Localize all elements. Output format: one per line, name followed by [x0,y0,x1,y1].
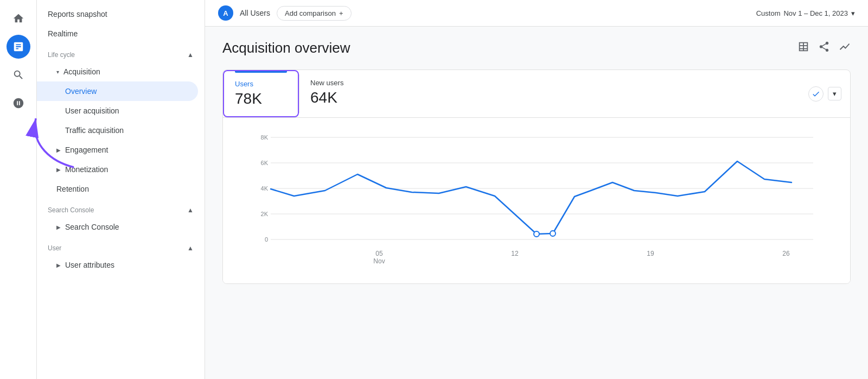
sidebar-item-acquisition[interactable]: ▾ Acquisition [37,62,198,81]
sidebar-item-overview[interactable]: Overview [37,81,198,101]
metric-bar [235,71,287,73]
search-console-chevron-icon: ▲ [187,206,194,214]
search-console-arrow-icon: ▶ [56,224,61,230]
plus-icon: + [339,9,343,17]
share-icon[interactable] [818,41,830,55]
sidebar-item-label: Realtime [48,29,78,38]
svg-text:6K: 6K [261,160,269,166]
svg-text:12: 12 [511,250,519,257]
sidebar-item-traffic-acquisition[interactable]: Traffic acquisition [37,121,198,140]
svg-text:05: 05 [375,250,383,257]
table-view-icon[interactable] [797,41,809,55]
top-bar: A All Users Add comparison + Custom Nov … [205,0,868,27]
users-metric-value: 78K [235,90,287,108]
search-console-section-header[interactable]: Search Console ▲ [37,199,205,217]
sidebar-item-label: Engagement [65,146,108,154]
new-users-metric-label: New users [310,79,365,87]
chart-options-dropdown[interactable]: ▾ [828,87,841,100]
metrics-row: Users 78K New users 64K ▾ [223,70,850,117]
sidebar-item-label: Traffic acquisition [65,126,124,135]
search-console-section-label: Search Console [48,206,94,214]
chart-container: 8K 6K 4K 2K 0 05 Nov [236,127,837,275]
sidebar-item-label: Search Console [65,223,119,231]
user-section-header[interactable]: User ▲ [37,237,205,255]
custom-label: Custom [756,9,781,17]
sidebar-item-reports-snapshot[interactable]: Reports snapshot [37,4,198,24]
svg-text:19: 19 [647,250,654,257]
sidebar-item-monetization[interactable]: ▶ Monetization [37,160,198,179]
chart-area: 8K 6K 4K 2K 0 05 Nov [223,117,850,283]
monetization-arrow-icon: ▶ [56,167,61,173]
add-comparison-button[interactable]: Add comparison + [277,6,352,21]
sidebar-item-label: Acquisition [63,67,100,76]
sidebar-item-realtime[interactable]: Realtime [37,24,198,43]
sidebar-item-retention[interactable]: Retention [37,179,198,199]
sidebar-item-user-attributes[interactable]: ▶ User attributes [37,255,198,275]
lifecycle-chevron-icon: ▲ [187,51,194,59]
data-point-low1 [534,231,539,237]
user-section-label: User [48,244,61,252]
home-icon-btn[interactable] [7,7,30,30]
sidebar-item-label: Overview [65,87,97,96]
date-dropdown-icon: ▾ [851,9,855,17]
new-users-metric-value: 64K [310,89,365,106]
line-chart: 8K 6K 4K 2K 0 05 Nov [236,127,837,273]
svg-text:2K: 2K [261,211,269,217]
users-metric-label: Users [235,80,287,88]
main-content: A All Users Add comparison + Custom Nov … [205,0,868,379]
add-comparison-label: Add comparison [285,9,336,17]
date-range-selector[interactable]: Custom Nov 1 – Dec 1, 2023 ▾ [756,9,855,17]
all-users-label: All Users [240,9,270,17]
trend-icon[interactable] [839,41,851,55]
acquisition-arrow-icon: ▾ [56,69,59,75]
date-range-text: Nov 1 – Dec 1, 2023 [783,9,848,17]
content-header: Acquisition overview [222,40,851,56]
sidebar-item-label: User acquisition [65,106,119,115]
sidebar: Reports snapshot Realtime Life cycle ▲ ▾… [37,0,205,379]
user-chevron-icon: ▲ [187,244,194,252]
header-actions [797,41,851,55]
compare-check-btn[interactable] [808,86,824,102]
engagement-arrow-icon: ▶ [56,147,61,153]
svg-text:0: 0 [265,236,268,243]
page-title: Acquisition overview [222,40,350,56]
users-metric-card[interactable]: Users 78K [223,70,299,117]
sidebar-item-search-console[interactable]: ▶ Search Console [37,217,198,237]
svg-text:8K: 8K [261,134,269,141]
analytics-icon-btn[interactable] [7,35,30,59]
search-icon-btn[interactable] [7,63,30,87]
sidebar-item-label: Retention [56,185,89,193]
content-area: Acquisition overview Users 78K [205,27,868,379]
sidebar-item-engagement[interactable]: ▶ Engagement [37,140,198,160]
user-badge: A [218,5,233,21]
svg-text:26: 26 [782,250,790,257]
svg-text:Nov: Nov [373,257,385,265]
chart-line [271,161,792,234]
data-point-low2 [550,231,556,236]
new-users-metric-card[interactable]: New users 64K [299,70,375,117]
sidebar-item-label: User attributes [65,261,114,269]
sidebar-item-user-acquisition[interactable]: User acquisition [37,101,198,121]
user-attributes-arrow-icon: ▶ [56,262,61,268]
lifecycle-section-header[interactable]: Life cycle ▲ [37,43,205,62]
ads-icon-btn[interactable] [7,91,30,115]
lifecycle-section-label: Life cycle [48,51,75,59]
sidebar-item-label: Monetization [65,165,108,174]
metrics-section: Users 78K New users 64K ▾ [222,70,851,284]
sidebar-item-label: Reports snapshot [48,10,107,18]
icon-bar [0,0,37,379]
svg-text:4K: 4K [261,185,269,192]
